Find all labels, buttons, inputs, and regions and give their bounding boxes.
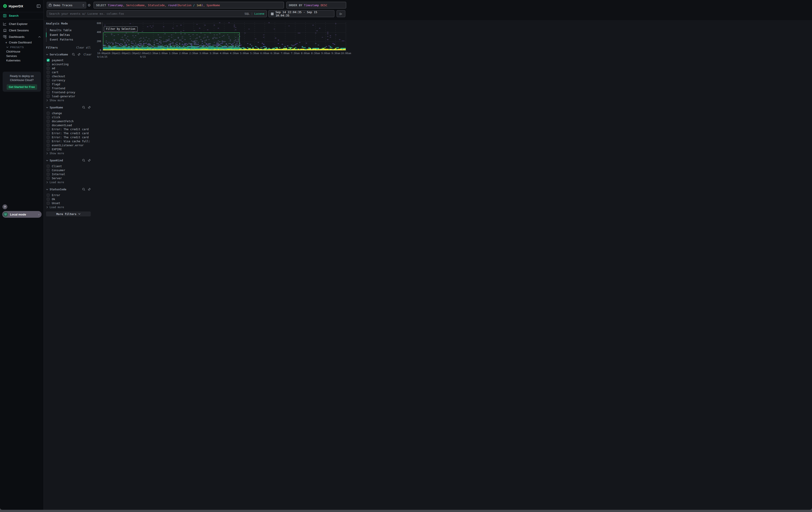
checkbox[interactable] bbox=[47, 140, 50, 143]
filter-option-unset[interactable]: Unset bbox=[46, 201, 91, 205]
checkbox[interactable] bbox=[47, 67, 50, 70]
search-icon[interactable] bbox=[72, 53, 75, 56]
sidebar-collapse-icon[interactable] bbox=[37, 4, 40, 8]
user-menu[interactable]: U Local mode › bbox=[2, 211, 41, 218]
checkbox[interactable] bbox=[47, 112, 50, 115]
run-query-button[interactable]: ▷ bbox=[337, 10, 345, 17]
filter-option-error-the-credit-card-[interactable]: Error: The credit card (… bbox=[46, 131, 91, 135]
filter-group-name[interactable]: ServiceName bbox=[50, 53, 68, 56]
checkbox-checked[interactable] bbox=[47, 59, 50, 62]
filter-option-frontend-proxy[interactable]: frontend-proxy bbox=[46, 90, 91, 94]
checkbox[interactable] bbox=[47, 79, 50, 82]
selection-rectangle[interactable] bbox=[103, 32, 240, 46]
analysis-mode-item-event-patterns[interactable]: Event Patterns bbox=[46, 37, 91, 42]
filter-option-internal[interactable]: Internal bbox=[46, 172, 91, 176]
chevron-down-icon[interactable] bbox=[46, 107, 48, 108]
filter-option-frontend[interactable]: frontend bbox=[46, 86, 91, 90]
clear-all-button[interactable]: Clear all bbox=[76, 46, 91, 49]
checkbox[interactable] bbox=[47, 91, 50, 94]
search-icon[interactable] bbox=[82, 188, 85, 191]
filter-option-eventlistener-error[interactable]: eventListener.error bbox=[46, 143, 91, 147]
filter-option-error[interactable]: Error bbox=[46, 193, 91, 197]
checkbox[interactable] bbox=[47, 63, 50, 66]
more-filters-button[interactable]: More filters bbox=[46, 212, 91, 216]
filter-group-name[interactable]: SpanName bbox=[50, 106, 63, 109]
checkbox[interactable] bbox=[47, 87, 50, 90]
filter-option-ok[interactable]: Ok bbox=[46, 197, 91, 201]
checkbox[interactable] bbox=[47, 128, 50, 131]
filter-option-accounting[interactable]: accounting bbox=[46, 62, 91, 66]
sidebar-item-client-sessions[interactable]: Client Sessions bbox=[0, 27, 44, 34]
filter-option-checkout[interactable]: checkout bbox=[46, 74, 91, 78]
filter-option-load-generator[interactable]: load-generator bbox=[46, 94, 91, 98]
sidebar-item-search[interactable]: Search bbox=[0, 12, 44, 19]
chevron-down-icon[interactable] bbox=[46, 189, 48, 190]
search-input[interactable]: Search your events w/ Lucene ex. column:… bbox=[47, 10, 267, 17]
help-button[interactable]: ? bbox=[2, 204, 7, 209]
checkbox[interactable] bbox=[47, 148, 50, 151]
search-icon[interactable] bbox=[82, 159, 85, 162]
gear-icon[interactable]: ⚙ bbox=[87, 3, 91, 7]
search-icon[interactable] bbox=[82, 106, 85, 109]
preset-kubernetes[interactable]: Kubernetes bbox=[0, 58, 44, 63]
load-more-button[interactable]: Load more bbox=[46, 180, 91, 184]
pin-icon[interactable] bbox=[78, 53, 81, 56]
filter-option-expire[interactable]: EXPIRE bbox=[46, 147, 91, 151]
checkbox[interactable] bbox=[47, 144, 50, 147]
filter-group-name[interactable]: SpanKind bbox=[50, 159, 63, 162]
filter-option-error-the-credit-card-[interactable]: Error: The credit card (… bbox=[46, 135, 91, 139]
checkbox[interactable] bbox=[47, 194, 50, 196]
preset-clickhouse[interactable]: ClickHouse bbox=[0, 49, 44, 54]
show-more-button[interactable]: Show more bbox=[46, 99, 91, 102]
pin-icon[interactable] bbox=[88, 188, 91, 191]
checkbox[interactable] bbox=[47, 83, 50, 86]
filter-option-client[interactable]: Client bbox=[46, 164, 91, 168]
date-range-picker[interactable]: Sep 14 22:04:35 - Sep 15 10:04:35 bbox=[268, 10, 335, 17]
filter-option-ad[interactable]: ad bbox=[46, 66, 91, 70]
checkbox[interactable] bbox=[47, 136, 50, 139]
pin-icon[interactable] bbox=[88, 106, 91, 109]
source-select[interactable]: Demo Traces bbox=[47, 2, 86, 8]
checkbox[interactable] bbox=[47, 95, 50, 98]
filter-option-error-visa-cache-full-[interactable]: Error: Visa cache full: … bbox=[46, 139, 91, 143]
checkbox[interactable] bbox=[47, 177, 50, 180]
presets-toggle[interactable]: PRESETS bbox=[0, 45, 44, 49]
analysis-mode-item-event-deltas[interactable]: Event Deltas bbox=[46, 32, 91, 37]
order-by-editor[interactable]: ORDER BY Timestamp DESC bbox=[286, 2, 346, 8]
load-more-button[interactable]: Load more bbox=[46, 205, 91, 209]
chevron-down-icon[interactable] bbox=[46, 160, 48, 161]
sidebar-item-chart-explorer[interactable]: Chart Explorer bbox=[0, 21, 44, 27]
filter-by-selection-tooltip[interactable]: Filter by Selection bbox=[104, 26, 138, 32]
analysis-mode-item-results-table[interactable]: Results Table bbox=[46, 28, 91, 32]
sidebar-item-dashboards[interactable]: Dashboards bbox=[0, 34, 44, 40]
checkbox[interactable] bbox=[47, 120, 50, 123]
filter-option-payment[interactable]: payment bbox=[46, 58, 91, 62]
filter-option-change[interactable]: change bbox=[46, 111, 91, 115]
filter-option-cart[interactable]: cart bbox=[46, 70, 91, 74]
checkbox[interactable] bbox=[47, 124, 50, 127]
filter-option-documentload[interactable]: documentLoad bbox=[46, 123, 91, 127]
filter-option-consumer[interactable]: Consumer bbox=[46, 168, 91, 172]
filter-option-flagd[interactable]: flagd bbox=[46, 82, 91, 86]
pin-icon[interactable] bbox=[88, 159, 91, 162]
checkbox[interactable] bbox=[47, 202, 50, 205]
filter-option-currency[interactable]: currency bbox=[46, 78, 91, 82]
checkbox[interactable] bbox=[47, 165, 50, 168]
checkbox[interactable] bbox=[47, 71, 50, 74]
chevron-down-icon[interactable] bbox=[46, 54, 48, 55]
filter-option-documentfetch[interactable]: documentFetch bbox=[46, 119, 91, 123]
checkbox[interactable] bbox=[47, 173, 50, 176]
clear-filter-button[interactable]: Clear bbox=[84, 53, 92, 56]
checkbox[interactable] bbox=[47, 198, 50, 200]
checkbox[interactable] bbox=[47, 116, 50, 119]
filter-option-error-the-credit-card-[interactable]: Error: The credit card (… bbox=[46, 127, 91, 131]
checkbox[interactable] bbox=[47, 75, 50, 78]
filter-option-click[interactable]: click bbox=[46, 115, 91, 119]
heatmap-plot[interactable]: Filter by Selection bbox=[102, 22, 346, 50]
sql-mode-button[interactable]: SQL bbox=[244, 12, 250, 16]
preset-services[interactable]: Services bbox=[0, 54, 44, 58]
checkbox[interactable] bbox=[47, 169, 50, 172]
filter-group-name[interactable]: StatusCode bbox=[50, 188, 66, 191]
lucene-mode-button[interactable]: Lucene bbox=[254, 12, 264, 16]
create-dashboard-button[interactable]: + Create Dashboard bbox=[0, 40, 44, 45]
